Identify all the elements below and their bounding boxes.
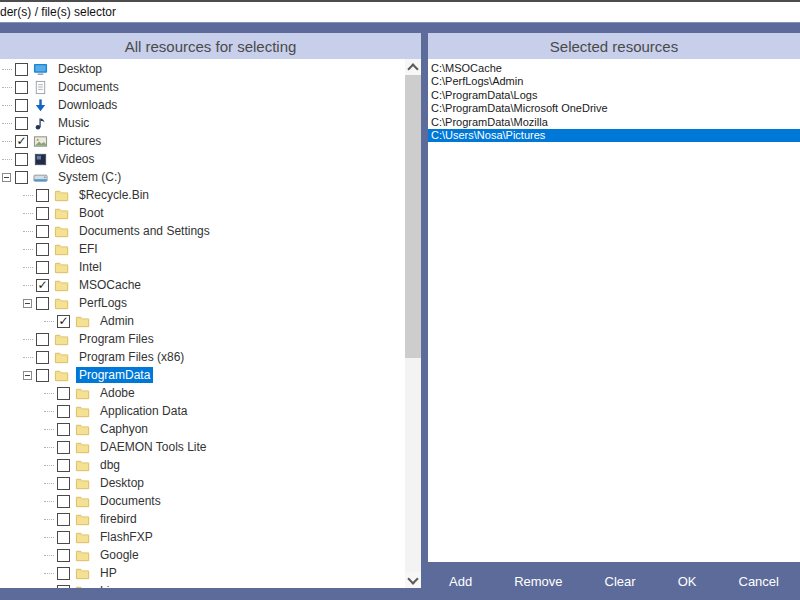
checkbox-unchecked[interactable]: [57, 567, 70, 580]
selected-resource-item[interactable]: C:\ProgramData\Mozilla: [428, 115, 800, 129]
checkbox-unchecked[interactable]: [15, 153, 28, 166]
checkbox-unchecked[interactable]: [57, 441, 70, 454]
scroll-down-icon[interactable]: [405, 572, 421, 588]
selected-resource-item[interactable]: C:\ProgramData\Logs: [428, 88, 800, 102]
checkbox-unchecked[interactable]: [57, 531, 70, 544]
checkbox-unchecked[interactable]: [57, 549, 70, 562]
tree-item-label: Intel: [76, 259, 105, 275]
checkbox-checked[interactable]: ✓: [36, 279, 49, 292]
checkbox-unchecked[interactable]: [36, 225, 49, 238]
tree-item[interactable]: Videos: [0, 150, 405, 168]
tree-item[interactable]: Documents: [0, 78, 405, 96]
selected-resource-item[interactable]: C:\ProgramData\Microsoft OneDrive: [428, 102, 800, 116]
tree-connector: [23, 330, 36, 348]
checkbox-unchecked[interactable]: [36, 207, 49, 220]
tree-item[interactable]: DAEMON Tools Lite: [0, 438, 405, 456]
checkbox-unchecked[interactable]: [36, 369, 49, 382]
tree-item[interactable]: ✓Pictures: [0, 132, 405, 150]
checkbox-unchecked[interactable]: [36, 333, 49, 346]
tree-item-label: Videos: [55, 151, 97, 167]
tree-item[interactable]: System (C:): [0, 168, 405, 186]
tree-connector: [44, 492, 57, 510]
checkbox-unchecked[interactable]: [57, 459, 70, 472]
folder-icon: [75, 458, 91, 473]
selected-resource-item[interactable]: C:\Users\Nosa\Pictures: [428, 129, 800, 143]
tree-connector: [44, 420, 57, 438]
selected-resources-header: Selected resources: [428, 33, 800, 59]
tree-item[interactable]: $Recycle.Bin: [0, 186, 405, 204]
tree-item[interactable]: Intel: [0, 258, 405, 276]
checkbox-unchecked[interactable]: [15, 171, 28, 184]
tree-item[interactable]: Google: [0, 546, 405, 564]
folder-icon: [54, 224, 70, 239]
clear-button[interactable]: Clear: [595, 570, 646, 593]
tree-item[interactable]: Desktop: [0, 60, 405, 78]
checkbox-unchecked[interactable]: [36, 351, 49, 364]
add-button[interactable]: Add: [439, 570, 482, 593]
folder-icon: [75, 566, 91, 581]
tree-connector: [44, 456, 57, 474]
tree-item[interactable]: Program Files (x86): [0, 348, 405, 366]
checkbox-unchecked[interactable]: [15, 63, 28, 76]
tree-connector: [23, 348, 36, 366]
checkbox-unchecked[interactable]: [36, 189, 49, 202]
tree-scrollbar[interactable]: [405, 59, 421, 588]
tree-item[interactable]: Program Files: [0, 330, 405, 348]
title-bar: der(s) / file(s) selector: [0, 0, 800, 22]
tree-item-label: firebird: [97, 511, 140, 527]
resources-tree: DesktopDocumentsDownloadsMusic✓PicturesV…: [0, 59, 405, 588]
tree-connector: [44, 528, 57, 546]
checkbox-unchecked[interactable]: [57, 477, 70, 490]
tree-item[interactable]: FlashFXP: [0, 528, 405, 546]
ok-button[interactable]: OK: [668, 570, 707, 593]
tree-item-label: $Recycle.Bin: [76, 187, 152, 203]
tree-item[interactable]: Caphyon: [0, 420, 405, 438]
tree-item[interactable]: EFI: [0, 240, 405, 258]
tree-item[interactable]: dbg: [0, 456, 405, 474]
tree-item[interactable]: Downloads: [0, 96, 405, 114]
folder-file-selector-window: der(s) / file(s) selector All resources …: [0, 0, 800, 600]
collapse-expander-icon[interactable]: [23, 366, 36, 384]
scrollbar-track[interactable]: [405, 75, 421, 572]
folder-icon: [75, 494, 91, 509]
checkbox-unchecked[interactable]: [36, 297, 49, 310]
checkbox-unchecked[interactable]: [36, 243, 49, 256]
checkbox-unchecked[interactable]: [57, 387, 70, 400]
cancel-button[interactable]: Cancel: [729, 570, 789, 593]
tree-item[interactable]: Adobe: [0, 384, 405, 402]
tree-item[interactable]: Music: [0, 114, 405, 132]
selected-resource-item[interactable]: C:\PerfLogs\Admin: [428, 75, 800, 89]
tree-item[interactable]: ProgramData: [0, 366, 405, 384]
scroll-up-icon[interactable]: [405, 59, 421, 75]
tree-item[interactable]: PerfLogs: [0, 294, 405, 312]
collapse-expander-icon[interactable]: [2, 168, 15, 186]
tree-item[interactable]: Desktop: [0, 474, 405, 492]
scrollbar-thumb[interactable]: [405, 75, 421, 358]
collapse-expander-icon[interactable]: [23, 294, 36, 312]
tree-item[interactable]: firebird: [0, 510, 405, 528]
checkbox-unchecked[interactable]: [57, 513, 70, 526]
tree-item[interactable]: Documents: [0, 492, 405, 510]
tree-item[interactable]: HP: [0, 564, 405, 582]
tree-connector: [44, 564, 57, 582]
selected-resource-item[interactable]: C:\MSOCache: [428, 61, 800, 75]
tree-item[interactable]: Application Data: [0, 402, 405, 420]
tree-connector: [44, 402, 57, 420]
checkbox-unchecked[interactable]: [57, 405, 70, 418]
checkbox-unchecked[interactable]: [15, 117, 28, 130]
checkbox-unchecked[interactable]: [15, 99, 28, 112]
tree-item[interactable]: ✓MSOCache: [0, 276, 405, 294]
tree-item[interactable]: Documents and Settings: [0, 222, 405, 240]
checkbox-unchecked[interactable]: [57, 423, 70, 436]
checkbox-unchecked[interactable]: [57, 495, 70, 508]
tree-item-label: Boot: [76, 205, 107, 221]
tree-connector: [23, 186, 36, 204]
checkbox-unchecked[interactable]: [36, 261, 49, 274]
remove-button[interactable]: Remove: [504, 570, 572, 593]
tree-item[interactable]: Boot: [0, 204, 405, 222]
checkbox-checked[interactable]: ✓: [57, 315, 70, 328]
checkbox-unchecked[interactable]: [15, 81, 28, 94]
tree-item-label: Documents and Settings: [76, 223, 213, 239]
checkbox-checked[interactable]: ✓: [15, 135, 28, 148]
tree-item[interactable]: ✓Admin: [0, 312, 405, 330]
